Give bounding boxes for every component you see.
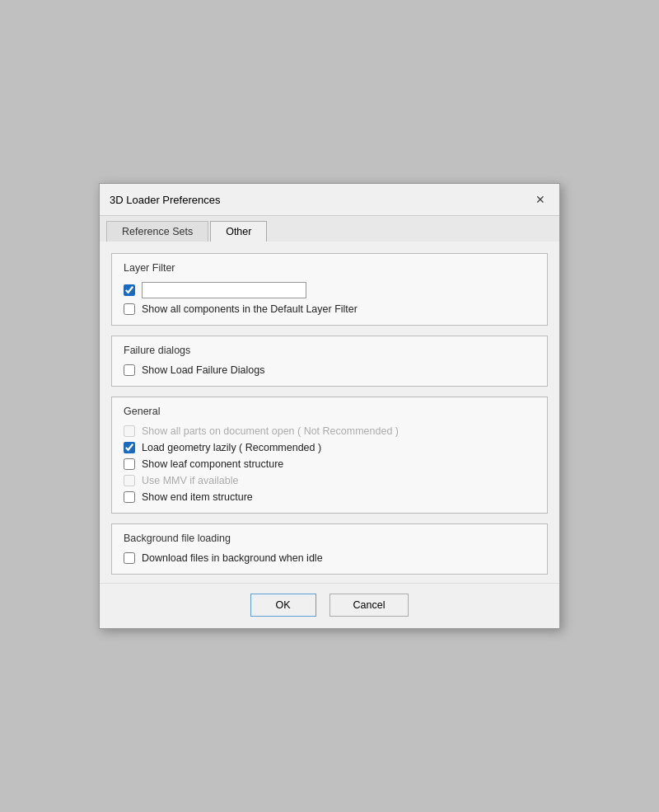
section-layer-filter: Layer Filter Set Default Layer Filter Sh… [111,253,548,326]
label-show-all-parts: Show all parts on document open ( Not Re… [142,425,399,437]
section-general: General Show all parts on document open … [111,397,548,514]
title-bar: 3D Loader Preferences ✕ [100,184,559,216]
checkbox-download-files-background[interactable] [124,552,135,564]
label-use-mmv: Use MMV if available [142,475,238,486]
row-show-leaf-component: Show leaf component structure [124,458,535,470]
checkbox-show-all-parts[interactable] [124,425,135,437]
section-general-title: General [124,406,535,417]
row-set-default-layer-filter: Set Default Layer Filter [124,282,535,298]
section-failure-dialogs: Failure dialogs Show Load Failure Dialog… [111,336,548,387]
row-load-geometry-lazily: Load geometry lazily ( Recommended ) [124,442,535,453]
close-button[interactable]: ✕ [531,190,549,209]
checkbox-load-geometry-lazily[interactable] [124,442,135,453]
section-background-file-loading: Background file loading Download files i… [111,523,548,575]
checkbox-show-end-item[interactable] [124,491,135,503]
section-background-file-loading-title: Background file loading [124,533,535,544]
cancel-button[interactable]: Cancel [330,594,409,617]
row-show-all-parts: Show all parts on document open ( Not Re… [124,425,535,437]
checkbox-show-leaf-component[interactable] [124,458,135,470]
row-show-load-failure: Show Load Failure Dialogs [124,364,535,376]
dialog-footer: OK Cancel [100,583,559,628]
dialog-body: Layer Filter Set Default Layer Filter Sh… [100,242,559,583]
set-default-layer-filter-input[interactable]: Set Default Layer Filter [142,282,306,298]
row-use-mmv: Use MMV if available [124,475,535,486]
tab-bar: Reference Sets Other [100,216,559,242]
label-show-leaf-component: Show leaf component structure [142,458,283,470]
row-download-files-background: Download files in background when idle [124,552,535,564]
window-title: 3D Loader Preferences [110,194,220,206]
section-layer-filter-title: Layer Filter [124,262,535,274]
section-failure-dialogs-title: Failure dialogs [124,345,535,356]
row-show-end-item: Show end item structure [124,491,535,503]
dialog-window: 3D Loader Preferences ✕ Reference Sets O… [99,183,560,629]
checkbox-show-load-failure[interactable] [124,364,135,376]
label-load-geometry-lazily: Load geometry lazily ( Recommended ) [142,442,321,453]
label-show-end-item: Show end item structure [142,491,253,503]
tab-reference-sets[interactable]: Reference Sets [106,221,208,242]
checkbox-use-mmv[interactable] [124,475,135,486]
label-show-load-failure: Show Load Failure Dialogs [142,364,264,376]
ok-button[interactable]: OK [250,594,316,617]
label-download-files-background: Download files in background when idle [142,552,323,564]
row-show-all-components: Show all components in the Default Layer… [124,303,535,315]
tab-other[interactable]: Other [210,221,267,242]
checkbox-show-all-components[interactable] [124,303,135,315]
checkbox-set-default-layer-filter[interactable] [124,284,135,296]
label-show-all-components: Show all components in the Default Layer… [142,303,358,315]
